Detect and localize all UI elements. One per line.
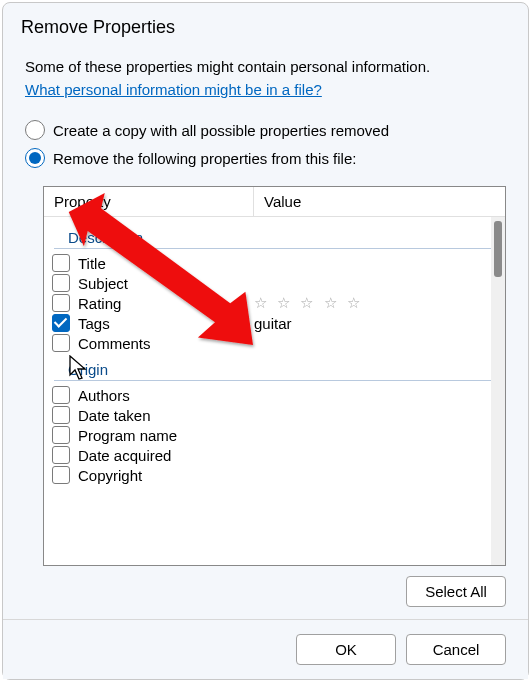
- checkbox-datetaken[interactable]: [52, 406, 70, 424]
- row-programname[interactable]: Program name: [52, 425, 505, 445]
- radio-create-copy[interactable]: Create a copy with all possible properti…: [25, 116, 510, 144]
- row-copyright[interactable]: Copyright: [52, 465, 505, 485]
- scroll-thumb[interactable]: [494, 221, 502, 277]
- label-subject: Subject: [78, 275, 254, 292]
- checkbox-rating[interactable]: [52, 294, 70, 312]
- checkbox-copyright[interactable]: [52, 466, 70, 484]
- select-all-button[interactable]: Select All: [406, 576, 506, 607]
- row-datetaken[interactable]: Date taken: [52, 405, 505, 425]
- ok-button[interactable]: OK: [296, 634, 396, 665]
- radio-icon: [25, 120, 45, 140]
- remove-properties-dialog: Remove Properties Some of these properti…: [2, 2, 529, 680]
- checkbox-subject[interactable]: [52, 274, 70, 292]
- select-all-row: Select All: [3, 566, 528, 607]
- checkbox-comments[interactable]: [52, 334, 70, 352]
- cancel-button[interactable]: Cancel: [406, 634, 506, 665]
- label-datetaken: Date taken: [78, 407, 254, 424]
- radio-label: Remove the following properties from thi…: [53, 150, 356, 167]
- properties-list: Property Value Description Title Subject…: [43, 186, 506, 566]
- row-authors[interactable]: Authors: [52, 385, 505, 405]
- value-tags: guitar: [254, 315, 505, 332]
- checkbox-authors[interactable]: [52, 386, 70, 404]
- label-programname: Program name: [78, 427, 254, 444]
- label-tags: Tags: [78, 315, 254, 332]
- group-description: Description: [54, 225, 497, 249]
- dialog-title: Remove Properties: [3, 3, 528, 48]
- group-origin: Origin: [54, 357, 497, 381]
- label-copyright: Copyright: [78, 467, 254, 484]
- column-property[interactable]: Property: [44, 187, 254, 216]
- label-comments: Comments: [78, 335, 254, 352]
- radio-label: Create a copy with all possible properti…: [53, 122, 389, 139]
- column-headers: Property Value: [44, 187, 505, 217]
- label-authors: Authors: [78, 387, 254, 404]
- dialog-footer: OK Cancel: [3, 619, 528, 679]
- checkbox-programname[interactable]: [52, 426, 70, 444]
- checkbox-tags[interactable]: [52, 314, 70, 332]
- row-comments[interactable]: Comments: [52, 333, 505, 353]
- radio-group: Create a copy with all possible properti…: [3, 108, 528, 176]
- label-rating: Rating: [78, 295, 254, 312]
- info-link[interactable]: What personal information might be in a …: [3, 77, 528, 108]
- scrollbar[interactable]: [491, 217, 505, 565]
- intro-text: Some of these properties might contain p…: [3, 48, 528, 77]
- row-title[interactable]: Title: [52, 253, 505, 273]
- properties-scroll: Description Title Subject Rating ☆ ☆ ☆ ☆…: [44, 217, 505, 565]
- checkbox-dateacquired[interactable]: [52, 446, 70, 464]
- value-rating: ☆ ☆ ☆ ☆ ☆: [254, 294, 505, 312]
- row-dateacquired[interactable]: Date acquired: [52, 445, 505, 465]
- checkbox-title[interactable]: [52, 254, 70, 272]
- row-subject[interactable]: Subject: [52, 273, 505, 293]
- column-value[interactable]: Value: [254, 187, 505, 216]
- row-tags[interactable]: Tags guitar: [52, 313, 505, 333]
- row-rating[interactable]: Rating ☆ ☆ ☆ ☆ ☆: [52, 293, 505, 313]
- radio-icon: [25, 148, 45, 168]
- label-title: Title: [78, 255, 254, 272]
- radio-remove-following[interactable]: Remove the following properties from thi…: [25, 144, 510, 172]
- label-dateacquired: Date acquired: [78, 447, 254, 464]
